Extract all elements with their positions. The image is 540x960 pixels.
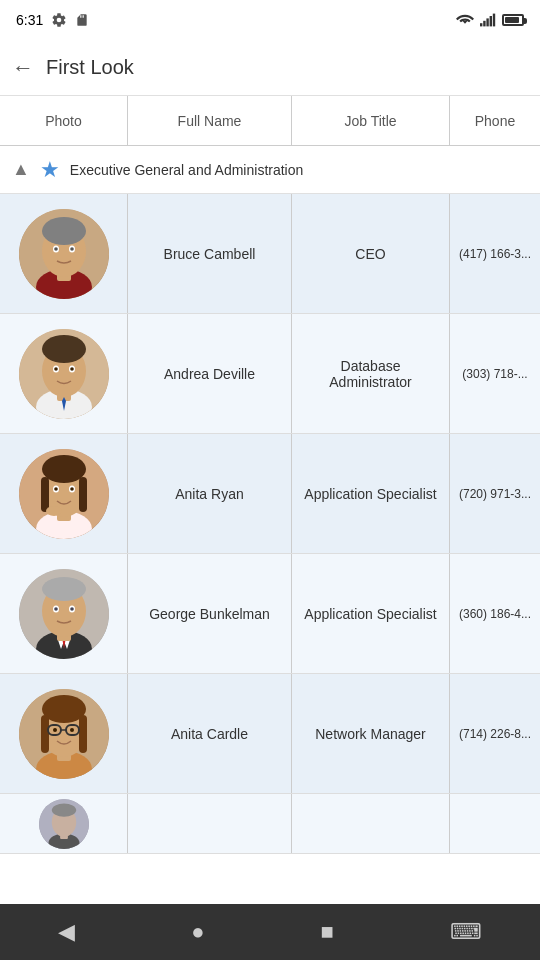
- cell-title-last: [292, 794, 450, 853]
- sdcard-icon: [75, 12, 89, 28]
- app-bar: ← First Look: [0, 40, 540, 96]
- avatar-andrea: [19, 329, 109, 419]
- cell-phone-anita-r: (720) 971-3...: [450, 434, 540, 553]
- table-row[interactable]: George Bunkelman Application Specialist …: [0, 554, 540, 674]
- home-nav-button[interactable]: ●: [191, 919, 204, 945]
- cell-name-george: George Bunkelman: [128, 554, 292, 673]
- cell-title-bruce: CEO No Results Found: [292, 194, 450, 313]
- cell-photo-andrea: [0, 314, 128, 433]
- column-fullname: Full Name: [128, 96, 292, 145]
- avatar-anita-r: [19, 449, 109, 539]
- favorite-icon: ★: [40, 157, 60, 183]
- svg-rect-29: [79, 477, 87, 512]
- svg-rect-0: [480, 23, 482, 26]
- cell-name-anita-c: Anita Cardle: [128, 674, 292, 793]
- battery-icon: [502, 14, 524, 26]
- keyboard-nav-button[interactable]: ⌨: [450, 919, 482, 945]
- page-title: First Look: [46, 56, 134, 79]
- cell-phone-anita-c: (714) 226-8...: [450, 674, 540, 793]
- column-jobtitle: Job Title: [292, 96, 450, 145]
- back-nav-button[interactable]: ◀: [58, 919, 75, 945]
- svg-point-32: [54, 487, 58, 491]
- avatar-anita-c: [19, 689, 109, 779]
- cell-title-george: Application Specialist: [292, 554, 450, 673]
- svg-point-39: [42, 577, 86, 601]
- svg-rect-1: [483, 21, 485, 27]
- svg-rect-4: [493, 14, 495, 27]
- group-header[interactable]: ▲ ★ Executive General and Administration: [0, 146, 540, 194]
- avatar-last: [39, 799, 89, 849]
- cell-name-bruce: Bruce Cambell: [128, 194, 292, 313]
- svg-point-55: [70, 728, 74, 732]
- cell-title-andrea: Database Administrator: [292, 314, 450, 433]
- svg-point-12: [54, 247, 58, 251]
- svg-point-33: [70, 487, 74, 491]
- status-bar: 6:31: [0, 0, 540, 40]
- avatar-bruce: [19, 209, 109, 299]
- collapse-icon: ▲: [12, 159, 30, 180]
- cell-photo-george: [0, 554, 128, 673]
- cell-photo-bruce: [0, 194, 128, 313]
- cell-phone-last: [450, 794, 540, 853]
- content-area: Photo Full Name Job Title Phone ▲ ★ Exec…: [0, 96, 540, 904]
- cell-name-anita-r: Anita Ryan: [128, 434, 292, 553]
- svg-rect-28: [41, 477, 49, 512]
- avatar-george: [19, 569, 109, 659]
- svg-rect-2: [486, 18, 488, 26]
- svg-rect-50: [79, 715, 87, 753]
- svg-point-54: [53, 728, 57, 732]
- cell-title-anita-c: Network Manager: [292, 674, 450, 793]
- svg-point-60: [51, 803, 75, 816]
- svg-rect-49: [41, 715, 49, 753]
- status-bar-right: [456, 13, 524, 27]
- column-photo: Photo: [0, 96, 128, 145]
- wifi-icon: [456, 13, 474, 27]
- table-header: Photo Full Name Job Title Phone: [0, 96, 540, 146]
- bottom-nav: ◀ ● ■ ⌨: [0, 904, 540, 960]
- cell-photo-anita-c: [0, 674, 128, 793]
- svg-point-34: [46, 506, 62, 516]
- status-bar-left: 6:31: [16, 12, 89, 28]
- svg-point-42: [54, 607, 58, 611]
- svg-point-13: [70, 247, 74, 251]
- table-row[interactable]: Andrea Deville Database Administrator (3…: [0, 314, 540, 434]
- cell-photo-anita-r: [0, 434, 128, 553]
- svg-point-22: [70, 367, 74, 371]
- back-button[interactable]: ←: [12, 55, 34, 81]
- cell-phone-bruce: (417) 166-3...: [450, 194, 540, 313]
- svg-rect-3: [490, 16, 492, 26]
- cell-title-anita-r: Application Specialist: [292, 434, 450, 553]
- svg-point-43: [70, 607, 74, 611]
- status-time: 6:31: [16, 12, 43, 28]
- cell-photo-last: [0, 794, 128, 853]
- cell-name-last: [128, 794, 292, 853]
- column-phone: Phone: [450, 96, 540, 145]
- cell-phone-andrea: (303) 718-...: [450, 314, 540, 433]
- svg-point-9: [42, 217, 86, 245]
- table-row[interactable]: [0, 794, 540, 854]
- group-label: Executive General and Administration: [70, 162, 303, 178]
- recents-nav-button[interactable]: ■: [321, 919, 334, 945]
- signal-icon: [480, 13, 496, 27]
- svg-point-21: [54, 367, 58, 371]
- table-row[interactable]: Bruce Cambell CEO No Results Found (417)…: [0, 194, 540, 314]
- table-row[interactable]: Anita Ryan Application Specialist (720) …: [0, 434, 540, 554]
- settings-icon: [51, 12, 67, 28]
- cell-phone-george: (360) 186-4...: [450, 554, 540, 673]
- table-row[interactable]: Anita Cardle Network Manager (714) 226-8…: [0, 674, 540, 794]
- cell-name-andrea: Andrea Deville: [128, 314, 292, 433]
- svg-point-18: [42, 335, 86, 363]
- svg-point-27: [42, 455, 86, 483]
